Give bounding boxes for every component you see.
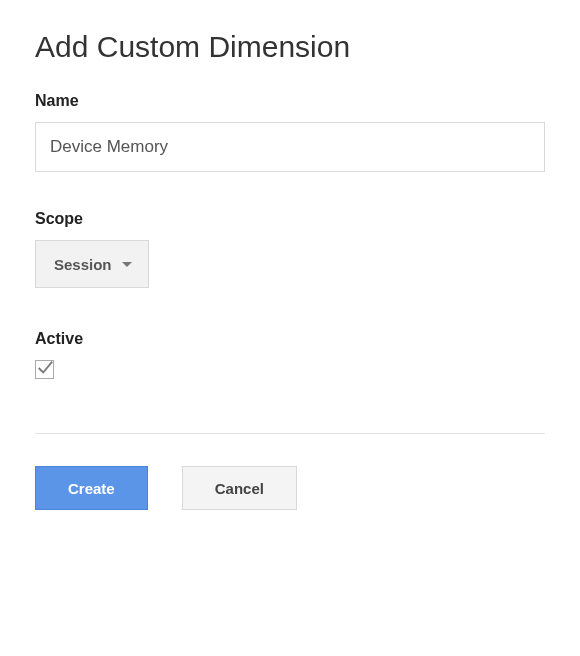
name-field-group: Name: [35, 92, 550, 172]
scope-selected-value: Session: [54, 256, 112, 273]
scope-label: Scope: [35, 210, 550, 228]
checkmark-icon: [36, 359, 54, 377]
chevron-down-icon: [122, 262, 132, 267]
page-title: Add Custom Dimension: [35, 30, 550, 64]
cancel-button[interactable]: Cancel: [182, 466, 297, 510]
name-input[interactable]: [35, 122, 545, 172]
divider: [35, 433, 545, 434]
active-field-group: Active: [35, 330, 550, 383]
button-row: Create Cancel: [35, 466, 550, 510]
create-button[interactable]: Create: [35, 466, 148, 510]
scope-dropdown[interactable]: Session: [35, 240, 149, 288]
active-label: Active: [35, 330, 550, 348]
scope-field-group: Scope Session: [35, 210, 550, 288]
active-checkbox[interactable]: [35, 360, 54, 379]
name-label: Name: [35, 92, 550, 110]
